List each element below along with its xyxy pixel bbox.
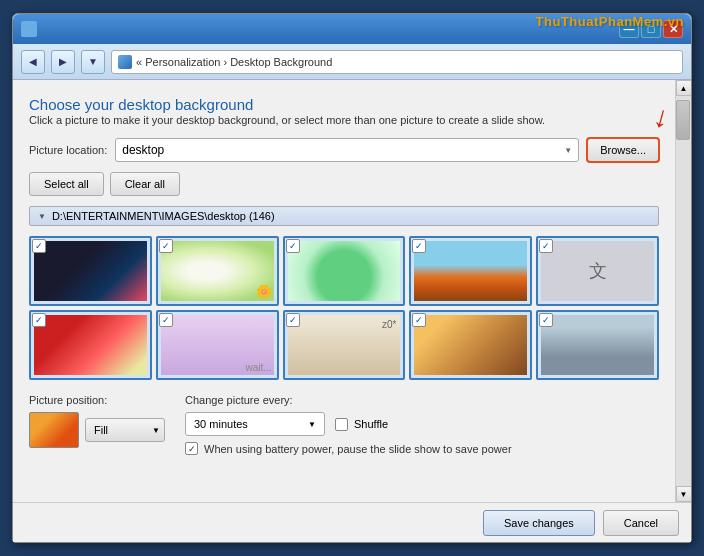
scroll-thumb[interactable] [676,100,690,140]
image-thumbnail [414,241,527,301]
folder-path: D:\ENTERTAINMENT\IMAGES\desktop (146) [52,210,275,222]
cancel-button[interactable]: Cancel [603,510,679,536]
position-thumbnail [29,412,79,448]
image-item[interactable]: ✓ [29,310,152,380]
checkbox-icon: ✓ [539,239,553,253]
image-thumbnail [288,241,401,301]
battery-label: When using battery power, pause the slid… [204,443,512,455]
battery-checkbox[interactable]: ✓ [185,442,198,455]
checkbox-icon: ✓ [32,239,46,253]
save-changes-button[interactable]: Save changes [483,510,595,536]
image-item[interactable]: ✓ [409,236,532,306]
image-thumbnail: z0* [288,315,401,375]
picture-location-dropdown[interactable]: desktop ▼ [115,138,579,162]
image-thumbnail [541,315,654,375]
chevron-down-icon: ▼ [152,426,160,435]
breadcrumb-text: « Personalization › Desktop Background [136,56,332,68]
image-thumbnail: 文 [541,241,654,301]
position-value: Fill [94,424,108,436]
clear-all-button[interactable]: Clear all [110,172,180,196]
image-item[interactable]: ✓ 🌼 [156,236,279,306]
image-item[interactable]: ✓ wait... [156,310,279,380]
select-all-button[interactable]: Select all [29,172,104,196]
checkbox-icon: ✓ [32,313,46,327]
images-grid: ✓ ✓ 🌼 ✓ ✓ [29,236,659,380]
checkbox-icon: ✓ [159,313,173,327]
footer-bar: Save changes Cancel [13,502,691,542]
scroll-up-button[interactable]: ▲ [676,80,692,96]
checkbox-icon: ✓ [286,313,300,327]
breadcrumb-icon [118,55,132,69]
checkbox-icon: ✓ [539,313,553,327]
checkbox-icon: ✓ [159,239,173,253]
shuffle-checkbox[interactable] [335,418,348,431]
picture-position-label: Picture position: [29,394,165,406]
change-picture-label: Change picture every: [185,394,512,406]
image-item[interactable]: ✓ z0* [283,310,406,380]
checkbox-icon: ✓ [412,313,426,327]
image-thumbnail [34,241,147,301]
chevron-down-icon: ▼ [564,146,572,155]
image-item[interactable]: ✓ [536,310,659,380]
scroll-down-button[interactable]: ▼ [676,486,692,502]
breadcrumb: « Personalization › Desktop Background [111,50,683,74]
checkbox-icon: ✓ [286,239,300,253]
watermark-text: ThuThuatPhanMem.vn [536,14,684,29]
vertical-scrollbar[interactable]: ▲ ▼ [675,80,691,502]
page-title: Choose your desktop background [29,96,659,113]
image-thumbnail: 🌼 [161,241,274,301]
window-icon [21,21,37,37]
forward-button[interactable]: ▶ [51,50,75,74]
page-subtitle: Click a picture to make it your desktop … [29,113,659,128]
folder-header: ▼ D:\ENTERTAINMENT\IMAGES\desktop (146) [29,206,659,226]
image-item[interactable]: ✓ 文 [536,236,659,306]
image-thumbnail [34,315,147,375]
image-thumbnail [414,315,527,375]
checkbox-icon: ✓ [412,239,426,253]
address-bar: ◀ ▶ ▼ « Personalization › Desktop Backgr… [13,44,691,80]
expand-icon: ▼ [38,212,46,221]
image-item[interactable]: ✓ [29,236,152,306]
browse-button[interactable]: Browse... [587,138,659,162]
chevron-down-icon: ▼ [308,420,316,429]
dropdown-button[interactable]: ▼ [81,50,105,74]
image-item[interactable]: ✓ [409,310,532,380]
image-item[interactable]: ✓ [283,236,406,306]
position-dropdown[interactable]: Fill ▼ [85,418,165,442]
back-button[interactable]: ◀ [21,50,45,74]
shuffle-label: Shuffle [354,418,388,430]
image-thumbnail: wait... [161,315,274,375]
change-picture-dropdown[interactable]: 30 minutes ▼ [185,412,325,436]
picture-location-value: desktop [122,143,164,157]
picture-location-label: Picture location: [29,144,107,156]
change-picture-value: 30 minutes [194,418,248,430]
scroll-track [676,96,691,486]
